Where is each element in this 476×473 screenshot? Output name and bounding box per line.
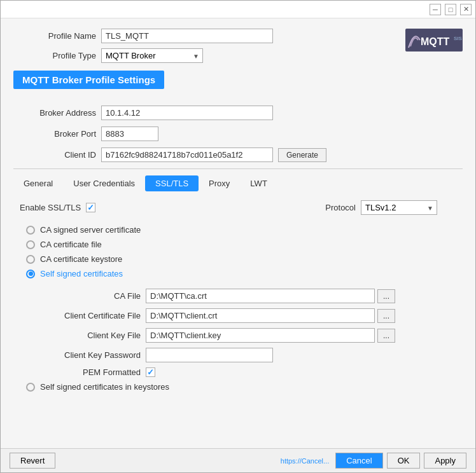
revert-button[interactable]: Revert — [10, 453, 55, 469]
broker-port-row: Broker Port — [13, 127, 463, 141]
client-id-row: Client ID Generate — [13, 147, 463, 162]
client-id-label: Client ID — [13, 150, 96, 160]
section-header: MQTT Broker Profile Settings — [13, 71, 164, 89]
pem-formatted-row: PEM Formatted ✓ — [20, 367, 463, 377]
client-cert-input[interactable] — [146, 308, 375, 323]
tab-ssl-tls[interactable]: SSL/TLS — [145, 175, 199, 191]
profile-fields: Profile Name Profile Type MQTT Broker MQ… — [13, 29, 405, 68]
close-button[interactable]: ✕ — [460, 4, 472, 15]
tab-proxy[interactable]: Proxy — [199, 175, 240, 191]
pem-formatted-checkmark: ✓ — [147, 367, 154, 377]
profile-name-input[interactable] — [101, 29, 273, 43]
client-key-password-label: Client Key Password — [20, 350, 141, 360]
radio-self-signed-dot — [29, 271, 33, 276]
main-window: ─ □ ✕ Profile Name Profile Type MQTT Bro… — [0, 0, 476, 473]
content-area: Profile Name Profile Type MQTT Broker MQ… — [1, 18, 475, 448]
tab-user-credentials[interactable]: User Credentials — [63, 175, 145, 191]
client-key-password-input[interactable] — [146, 348, 273, 362]
ssl-tls-section: Enable SSL/TLS ✓ Protocol TLSv1.0 TLSv1.… — [13, 200, 463, 392]
svg-text:SIS: SIS — [454, 36, 462, 41]
client-cert-browse-button[interactable]: ... — [377, 309, 395, 323]
bottom-bar: Revert https://Cancel... Cancel OK Apply — [1, 448, 475, 472]
client-key-label: Client Key File — [20, 331, 141, 340]
client-key-row: Client Key File ... — [20, 328, 463, 343]
self-signed-keystore-label: Self signed certificates in keystores — [40, 382, 169, 392]
pem-formatted-label: PEM Formatted — [20, 367, 141, 377]
enable-ssl-label: Enable SSL/TLS — [20, 203, 81, 212]
profile-type-row: Profile Type MQTT Broker MQTT Client ▼ — [13, 48, 405, 63]
client-key-browse-button[interactable]: ... — [377, 329, 395, 343]
protocol-select-wrapper: TLSv1.0 TLSv1.1 TLSv1.2 TLSv1.3 ▼ — [361, 200, 437, 215]
radio-ca-signed-server-label: CA signed server certificate — [40, 225, 141, 235]
radio-ca-certificate-keystore[interactable]: CA certificate keystore — [26, 254, 463, 264]
radio-ca-signed-server-circle — [26, 226, 35, 235]
mqtt-logo-icon: MQTT SIS — [405, 29, 463, 51]
mqtt-logo-area: MQTT SIS — [405, 29, 463, 51]
radio-ca-certificate-keystore-circle — [26, 255, 35, 264]
maximize-button[interactable]: □ — [445, 4, 456, 15]
client-key-input[interactable] — [146, 328, 375, 343]
minimize-button[interactable]: ─ — [430, 4, 441, 15]
broker-port-input[interactable] — [101, 127, 158, 141]
protocol-area: Protocol TLSv1.0 TLSv1.1 TLSv1.2 TLSv1.3… — [325, 200, 437, 215]
self-signed-keystore-radio — [26, 383, 35, 392]
radio-ca-certificate-keystore-label: CA certificate keystore — [40, 254, 122, 264]
svg-text:MQTT: MQTT — [421, 36, 450, 47]
divider — [13, 168, 463, 169]
profile-type-select-wrapper: MQTT Broker MQTT Client ▼ — [101, 48, 203, 63]
self-signed-keystore-row[interactable]: Self signed certificates in keystores — [20, 382, 463, 392]
enable-ssl-checkmark: ✓ — [87, 203, 94, 212]
apply-button[interactable]: Apply — [424, 453, 466, 469]
radio-self-signed[interactable]: Self signed certificates — [26, 269, 463, 278]
bottom-right-buttons: https://Cancel... Cancel OK Apply — [281, 453, 466, 469]
pem-formatted-checkbox[interactable]: ✓ — [146, 367, 155, 377]
radio-ca-certificate-file[interactable]: CA certificate file — [26, 240, 463, 249]
ca-file-label: CA File — [20, 291, 141, 301]
title-bar-buttons: ─ □ ✕ — [430, 4, 472, 15]
tab-general[interactable]: General — [13, 175, 63, 191]
client-cert-label: Client Certificate File — [20, 311, 141, 320]
cancel-button[interactable]: Cancel — [335, 453, 382, 469]
radio-ca-certificate-file-label: CA certificate file — [40, 240, 102, 249]
radio-self-signed-label: Self signed certificates — [40, 269, 123, 278]
tabs-row: General User Credentials SSL/TLS Proxy L… — [13, 175, 463, 191]
broker-address-input[interactable] — [101, 106, 273, 120]
radio-self-signed-circle — [26, 270, 35, 278]
profile-type-label: Profile Type — [13, 51, 96, 60]
enable-ssl-checkbox[interactable]: ✓ — [86, 203, 95, 212]
ca-file-input[interactable] — [146, 289, 375, 303]
protocol-select[interactable]: TLSv1.0 TLSv1.1 TLSv1.2 TLSv1.3 — [361, 200, 437, 215]
ok-button[interactable]: OK — [387, 453, 421, 469]
client-id-input[interactable] — [101, 147, 273, 162]
profile-name-row: Profile Name — [13, 29, 405, 43]
client-cert-row: Client Certificate File ... — [20, 308, 463, 323]
certificate-type-group: CA signed server certificate CA certific… — [20, 225, 463, 278]
ca-file-browse-button[interactable]: ... — [377, 289, 395, 303]
enable-ssl-row: Enable SSL/TLS ✓ Protocol TLSv1.0 TLSv1.… — [20, 200, 463, 215]
ca-file-row: CA File ... — [20, 289, 463, 303]
generate-button[interactable]: Generate — [278, 148, 326, 162]
broker-address-label: Broker Address — [13, 108, 96, 118]
profile-name-label: Profile Name — [13, 31, 96, 41]
broker-address-row: Broker Address — [13, 106, 463, 120]
radio-ca-signed-server[interactable]: CA signed server certificate — [26, 225, 463, 235]
radio-ca-certificate-file-circle — [26, 240, 35, 249]
protocol-label: Protocol — [325, 203, 356, 212]
broker-port-label: Broker Port — [13, 129, 96, 139]
client-key-password-row: Client Key Password — [20, 348, 463, 362]
tab-lwt[interactable]: LWT — [240, 175, 277, 191]
title-bar: ─ □ ✕ — [1, 1, 475, 18]
status-text: https://Cancel... — [281, 457, 329, 465]
profile-type-select[interactable]: MQTT Broker MQTT Client — [101, 48, 203, 63]
